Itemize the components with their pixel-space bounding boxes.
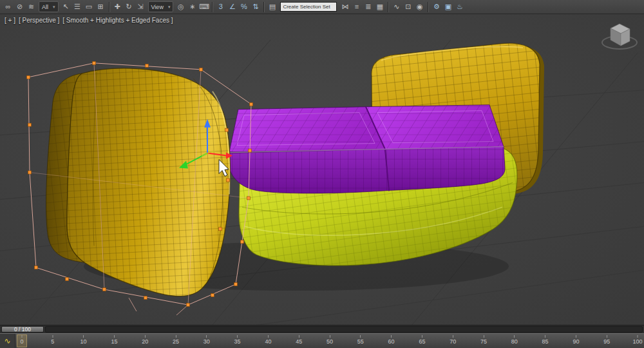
3ds-max-window: ∞⊘≋All▾↖☰▭⊞✚↻⇲View▾◎∗⌨3∠%⇅▤⋈≡≣▦∿⊡◉⚙▣♨ [ … [0,0,644,348]
main-toolbar: ∞⊘≋All▾↖☰▭⊞✚↻⇲View▾◎∗⌨3∠%⇅▤⋈≡≣▦∿⊡◉⚙▣♨ [0,0,644,14]
bind-to-space-warp-icon[interactable]: ≋ [26,1,37,12]
frame-tick-10[interactable]: 10 [80,335,87,345]
frame-tick-60[interactable]: 60 [388,335,395,345]
toolbar-separator [109,2,109,12]
material-editor-icon[interactable]: ◉ [414,1,425,12]
frame-tick-35[interactable]: 35 [234,335,241,345]
time-slider-handle[interactable]: 0 / 100 [1,326,44,333]
frame-tick-95[interactable]: 95 [603,335,610,345]
viewport-general-menu[interactable]: [ + ] [5,17,15,24]
select-object-icon[interactable]: ↖ [61,1,71,12]
frame-tick-80[interactable]: 80 [511,335,518,345]
named-selection-sets-field[interactable] [280,2,337,12]
frame-tick-55[interactable]: 55 [357,335,364,345]
toolbar-separator [388,2,388,12]
frame-tick-0[interactable]: 0 [20,335,23,345]
snaps-toggle-icon[interactable]: 3 [215,1,226,12]
rendered-frame-window-icon[interactable]: ▣ [442,1,453,12]
toolbar-separator [212,2,213,12]
render-production-icon[interactable]: ♨ [454,1,465,12]
render-setup-icon[interactable]: ⚙ [431,1,442,12]
toolbar-separator [263,2,264,12]
time-slider-track[interactable] [45,326,643,333]
frame-tick-25[interactable]: 25 [173,335,179,345]
viewport-label: [ + ] [ Perspective ] [ Smooth + Highlig… [5,17,173,24]
frame-tick-40[interactable]: 40 [265,335,271,345]
select-and-rotate-icon[interactable]: ↻ [124,1,135,12]
chevron-down-icon: ▾ [53,5,55,10]
frame-tick-5[interactable]: 5 [51,335,54,345]
select-by-name-icon[interactable]: ☰ [72,1,83,12]
percent-snap-toggle-icon[interactable]: % [238,1,249,12]
viewport-canvas[interactable] [0,14,644,325]
schematic-view-icon[interactable]: ⊡ [402,1,413,12]
spinner-snap-toggle-icon[interactable]: ⇅ [250,1,261,12]
angle-snap-toggle-icon[interactable]: ∠ [227,1,238,12]
edit-named-selection-sets-icon[interactable]: ▤ [267,1,278,12]
frame-tick-75[interactable]: 75 [480,335,487,345]
frame-tick-50[interactable]: 50 [327,335,333,345]
frame-tick-30[interactable]: 30 [204,335,210,345]
toggle-layer-explorer-icon[interactable]: ≣ [363,1,374,12]
window-crossing-toggle-icon[interactable]: ⊞ [95,1,106,12]
frame-tick-45[interactable]: 45 [296,335,302,345]
mini-curve-editor-button[interactable]: ∿ [0,334,15,348]
mirror-icon[interactable]: ⋈ [339,1,350,12]
select-and-link-icon[interactable]: ∞ [3,1,14,12]
perspective-viewport[interactable]: [ + ] [ Perspective ] [ Smooth + Highlig… [0,14,644,325]
graphite-modeling-tools-icon[interactable]: ▦ [374,1,385,12]
frame-tick-20[interactable]: 20 [142,335,148,345]
frame-tick-65[interactable]: 65 [419,335,425,345]
time-slider-row: 0 / 100 [0,325,644,333]
align-icon[interactable]: ≡ [351,1,362,12]
frame-tick-85[interactable]: 85 [542,335,549,345]
viewport-pov-menu[interactable]: [ Perspective ] [19,17,59,24]
unlink-selection-icon[interactable]: ⊘ [14,1,25,12]
rectangular-selection-region-icon[interactable]: ▭ [84,1,95,12]
chevron-down-icon: ▾ [168,5,171,10]
viewport-shading-menu[interactable]: [ Smooth + Highlights + Edged Faces ] [62,17,173,24]
select-and-scale-icon[interactable]: ⇲ [135,1,146,12]
frame-tick-100[interactable]: 100 [632,335,642,345]
keyboard-shortcut-override-icon[interactable]: ⌨ [198,1,209,12]
mini-curve-editor-icon: ∿ [4,336,10,345]
track-bar[interactable]: ∿ 05101520253035404550556065707580859095… [0,333,644,348]
reference-coordinate-system-dropdown[interactable]: View▾ [148,1,174,12]
select-and-manipulate-icon[interactable]: ∗ [187,1,198,12]
frame-ruler[interactable]: 0510152025303540455055606570758085909510… [22,334,638,348]
toolbar-separator [428,2,428,12]
frame-tick-90[interactable]: 90 [573,335,579,345]
selection-filter-dropdown[interactable]: All▾ [39,1,59,12]
select-and-move-icon[interactable]: ✚ [112,1,123,12]
use-pivot-point-center-icon[interactable]: ◎ [175,1,186,12]
curve-editor-icon[interactable]: ∿ [391,1,402,12]
frame-tick-70[interactable]: 70 [450,335,456,345]
frame-tick-15[interactable]: 15 [111,335,117,345]
